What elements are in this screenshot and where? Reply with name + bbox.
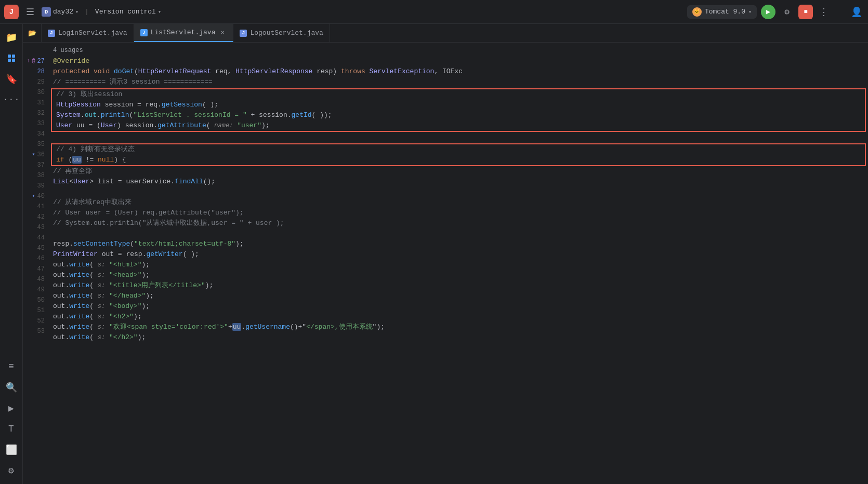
tab-logout-servlet[interactable]: J LogoutServlet.java [233,24,330,42]
line-47: 47 [23,264,45,274]
editor-area: 📂 J LoginServlet.java J ListServlet.java… [23,24,868,484]
usages-text: 4 usages [53,47,83,54]
chevron-down-icon3: ▾ [748,9,752,15]
line-43: 43 [23,222,45,233]
line-30: 30 [23,87,45,98]
run-config-label: Tomcat 9.0 [705,8,745,16]
chevron-down-icon: ▾ [75,9,78,15]
code-line-47: out.write( s: "<head>"); [49,270,868,280]
stop-button[interactable]: ■ [798,5,813,19]
sidebar-icon-dots[interactable]: ··· [2,90,21,109]
code-line-35: // 4) 判断有无登录状态 [52,144,865,155]
sidebar-icon-list[interactable]: ≡ [2,357,21,376]
toolbar-divider: | [85,8,89,16]
code-line-49: out.write( s: "</head>"); [49,291,868,301]
code-line-33: User uu = (User) session.getAttribute( n… [52,120,865,131]
run-config-selector[interactable]: 🐱 Tomcat 9.0 ▾ [687,5,757,19]
line-40: ▾ 40 [23,191,45,201]
code-line-46: out.write( s: "<html>"); [49,260,868,270]
line-42: 42 [23,212,45,222]
tab-list-servlet[interactable]: J ListServlet.java ✕ [134,24,234,42]
line-34: 34 [23,129,45,139]
sidebar-icon-terminal[interactable]: ⬜ [2,440,21,459]
toolbar: J ☰ D day32 ▾ | Version control ▾ 🐱 Tomc… [0,0,868,24]
code-line-28: protected void doGet(HttpServletRequest … [49,66,868,77]
line-35: 35 [23,139,45,150]
red-box-2: // 4) 判断有无登录状态 if (uu != null) { [51,143,866,166]
chevron-down-icon2: ▾ [158,9,161,15]
tomcat-icon: 🐱 [692,7,702,17]
line-41: 41 [23,201,45,212]
code-line-42: // System.out.println("从请求域中取出数据,user = … [49,218,868,228]
code-line-36: if (uu != null) { [52,155,865,165]
tab-label-active: ListServlet.java [151,29,216,36]
code-line-39 [49,187,868,197]
line-51: 51 [23,305,45,316]
usages-line: 4 usages [49,45,868,56]
line-38: 38 [23,170,45,181]
line-39: 39 [23,181,45,191]
sidebar-icon-structure[interactable] [2,49,21,68]
tab-label: LoginServlet.java [58,29,127,37]
app-logo: J [4,5,19,19]
sidebar-icon-T[interactable]: T [2,420,21,438]
line-32: 32 [23,108,45,118]
tab-login-servlet[interactable]: J LoginServlet.java [42,24,134,42]
code-line-27: @Override [49,56,868,66]
tabs-bar: 📂 J LoginServlet.java J ListServlet.java… [23,24,868,43]
java-file-icon: J [48,30,55,37]
settings-button[interactable]: ⚙ [780,5,794,19]
user-account-button[interactable]: 👤 [849,5,864,19]
hamburger-menu[interactable]: ☰ [23,4,37,20]
code-line-52: out.write( s: "欢迎<span style='color:red'… [49,322,868,332]
line-28: 28 [23,66,45,77]
svg-rect-1 [12,55,15,58]
code-line-53: out.write( s: "</h2>"); [49,332,868,343]
red-box-1: // 3) 取出session HttpSession session = re… [51,88,866,132]
line-50: 50 [23,295,45,305]
code-line-38: List<User> list = userService.findAll(); [49,177,868,187]
folder-tab-icon[interactable]: 📂 [23,24,42,42]
svg-rect-3 [12,59,15,62]
code-line-34 [49,132,868,142]
run-button[interactable]: ▶ [761,5,775,19]
sidebar-icon-bookmark[interactable]: 🔖 [2,70,21,88]
code-line-43 [49,228,868,239]
vcs-label: Version control [95,8,156,16]
line-52: 52 [23,316,45,326]
project-selector[interactable]: D day32 ▾ [42,7,78,17]
line-33: 33 [23,118,45,129]
code-line-32: System.out.println("ListServlet . sessio… [52,110,865,120]
left-sidebar: 📁 🔖 ··· ≡ 🔍 ▶ T ⬜ ⚙ [0,24,23,484]
code-line-30: // 3) 取出session [52,89,865,100]
code-line-44: resp.setContentType("text/html;charset=u… [49,239,868,249]
line-numbers: ↑ @ 27 28 29 30 31 32 33 34 35 [23,43,49,484]
code-line-31: HttpSession session = req.getSession( ); [52,100,865,110]
code-line-40: // 从请求域req中取出来 [49,197,868,208]
project-name: day32 [53,8,73,16]
line-45: 45 [23,243,45,253]
svg-rect-0 [8,55,11,58]
sidebar-icon-search[interactable]: 🔍 [2,378,21,397]
java-file-icon3: J [240,30,247,37]
code-editor[interactable]: ↑ @ 27 28 29 30 31 32 33 34 35 [23,43,868,484]
sidebar-icon-folder[interactable]: 📁 [2,28,21,47]
line-44: 44 [23,233,45,243]
sidebar-icon-person[interactable]: ⚙ [2,461,21,480]
code-line-48: out.write( s: "<title>用户列表</title>"); [49,280,868,291]
line-53: 53 [23,326,45,337]
code-content: 4 usages @Override protected void doGet(… [49,43,868,484]
vcs-selector[interactable]: Version control ▾ [95,8,161,16]
project-icon: D [42,7,51,17]
line-36: ▾ 36 [23,150,45,160]
code-line-29: // ========== 演示3 session ============ [49,77,868,87]
main-layout: 📁 🔖 ··· ≡ 🔍 ▶ T ⬜ ⚙ 📂 J LoginServlet.jav… [0,24,868,484]
line-48: 48 [23,274,45,285]
more-options-button[interactable]: ⋮ [817,4,831,20]
code-line-51: out.write( s: "<h2>"); [49,312,868,322]
java-file-icon2: J [140,29,148,36]
tab-close-button[interactable]: ✕ [218,29,227,37]
tab-label-logout: LogoutServlet.java [250,29,323,37]
line-27: ↑ @ 27 [23,56,45,66]
sidebar-icon-play[interactable]: ▶ [2,399,21,418]
